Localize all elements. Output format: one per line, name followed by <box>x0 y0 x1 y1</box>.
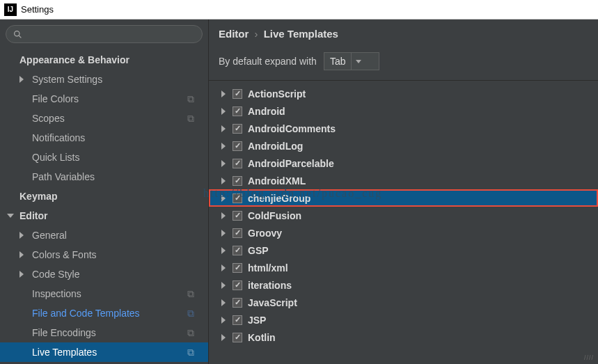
sidebar-item-colors-fonts[interactable]: Colors & Fonts <box>0 245 208 264</box>
template-group-coldfusion[interactable]: ColdFusion <box>209 207 598 224</box>
chevron-right-icon <box>19 251 24 258</box>
chevron-right-icon <box>221 317 226 324</box>
breadcrumb: Editor › Live Templates <box>209 19 598 48</box>
template-group-jsp[interactable]: JSP <box>209 311 598 329</box>
settings-content: Editor › Live Templates By default expan… <box>209 19 598 364</box>
copy-icon: ⧉ <box>187 93 194 105</box>
chevron-right-icon <box>221 143 226 150</box>
expand-select[interactable]: Tab <box>324 52 379 70</box>
chevron-right-icon <box>19 232 24 239</box>
template-groups-list: ActionScript Android AndroidComments And… <box>209 81 598 364</box>
checkbox-checked-icon[interactable] <box>233 193 242 203</box>
sidebar-item-path-variables[interactable]: Path Variables <box>0 167 208 187</box>
copy-icon: ⧉ <box>187 347 194 358</box>
search-icon <box>13 30 22 39</box>
checkbox-checked-icon[interactable] <box>233 89 242 99</box>
template-group-htmlxml[interactable]: html/xml <box>209 259 598 276</box>
template-group-androidxml[interactable]: AndroidXML <box>209 172 598 189</box>
sidebar-item-keymap[interactable]: Keymap <box>0 187 208 206</box>
breadcrumb-separator: › <box>255 28 258 40</box>
chevron-right-icon <box>221 212 226 219</box>
template-group-android[interactable]: Android <box>209 102 598 120</box>
chevron-right-icon <box>221 299 226 306</box>
template-group-androidcomments[interactable]: AndroidComments <box>209 120 598 137</box>
sidebar-item-appearance[interactable]: Appearance & Behavior <box>0 50 208 70</box>
chevron-right-icon <box>221 125 226 132</box>
copy-icon: ⧉ <box>187 288 194 300</box>
checkbox-checked-icon[interactable] <box>233 159 242 168</box>
svg-line-1 <box>19 35 21 38</box>
template-group-actionscript[interactable]: ActionScript <box>209 85 598 102</box>
chevron-right-icon <box>19 271 24 278</box>
search-container <box>0 19 208 50</box>
chevron-right-icon <box>221 334 226 341</box>
checkbox-checked-icon[interactable] <box>233 176 242 186</box>
checkbox-checked-icon[interactable] <box>233 298 242 308</box>
copy-icon: ⧉ <box>187 113 194 125</box>
checkbox-checked-icon[interactable] <box>233 228 242 238</box>
expand-value: Tab <box>330 56 346 67</box>
chevron-down-icon <box>7 214 14 218</box>
template-group-groovy[interactable]: Groovy <box>209 224 598 242</box>
chevron-right-icon <box>221 177 226 184</box>
sidebar-item-editor[interactable]: Editor <box>0 206 208 225</box>
chevron-right-icon <box>221 230 226 237</box>
svg-point-0 <box>15 31 19 35</box>
checkbox-checked-icon[interactable] <box>233 141 242 151</box>
main-layout: Appearance & Behavior System Settings Fi… <box>0 19 598 364</box>
template-group-androidparcelable[interactable]: AndroidParcelable <box>209 155 598 172</box>
chevron-down-icon <box>351 52 365 70</box>
sidebar-item-quick-lists[interactable]: Quick Lists <box>0 148 208 167</box>
sidebar-item-file-code-templates[interactable]: File and Code Templates⧉ <box>0 303 208 323</box>
chevron-right-icon <box>221 195 226 202</box>
settings-tree: Appearance & Behavior System Settings Fi… <box>0 50 208 364</box>
template-group-javascript[interactable]: JavaScript <box>209 294 598 311</box>
checkbox-checked-icon[interactable] <box>233 280 242 290</box>
copy-icon: ⧉ <box>187 327 194 339</box>
breadcrumb-live-templates: Live Templates <box>264 28 338 40</box>
chevron-right-icon <box>221 247 226 254</box>
checkbox-checked-icon[interactable] <box>233 106 242 116</box>
sidebar-item-file-colors[interactable]: File Colors⧉ <box>0 89 208 109</box>
template-group-iterations[interactable]: iterations <box>209 276 598 294</box>
chevron-right-icon <box>221 160 226 167</box>
chevron-right-icon <box>221 108 226 115</box>
sidebar-item-inspections[interactable]: Inspections⧉ <box>0 284 208 303</box>
template-group-chenjiegroup[interactable]: chenjieGroup <box>209 189 598 207</box>
expand-with-row: By default expand with Tab <box>209 48 598 81</box>
checkbox-checked-icon[interactable] <box>233 333 242 342</box>
settings-sidebar: Appearance & Behavior System Settings Fi… <box>0 19 209 364</box>
checkbox-checked-icon[interactable] <box>233 124 242 134</box>
sidebar-item-system-settings[interactable]: System Settings <box>0 70 208 89</box>
template-group-androidlog[interactable]: AndroidLog <box>209 137 598 155</box>
sidebar-item-code-style[interactable]: Code Style <box>0 264 208 284</box>
sidebar-item-notifications[interactable]: Notifications <box>0 128 208 148</box>
checkbox-checked-icon[interactable] <box>233 246 242 255</box>
chevron-right-icon <box>221 90 226 97</box>
copy-icon: ⧉ <box>187 308 194 319</box>
search-input[interactable] <box>6 25 203 43</box>
chevron-right-icon <box>221 264 226 271</box>
sidebar-item-general[interactable]: General <box>0 225 208 245</box>
template-group-gsp[interactable]: GSP <box>209 242 598 259</box>
sidebar-item-file-encodings[interactable]: File Encodings⧉ <box>0 323 208 342</box>
resize-grip-icon[interactable]: //// <box>584 354 594 361</box>
checkbox-checked-icon[interactable] <box>233 315 242 325</box>
app-icon: IJ <box>4 3 17 16</box>
chevron-right-icon <box>221 282 226 289</box>
chevron-right-icon <box>19 76 24 83</box>
window-titlebar: IJ Settings <box>0 0 598 19</box>
window-title: Settings <box>21 4 54 15</box>
sidebar-item-scopes[interactable]: Scopes⧉ <box>0 109 208 128</box>
expand-label: By default expand with <box>219 56 317 67</box>
sidebar-item-live-templates[interactable]: Live Templates⧉ <box>0 342 208 362</box>
checkbox-checked-icon[interactable] <box>233 211 242 221</box>
breadcrumb-editor[interactable]: Editor <box>219 28 249 40</box>
checkbox-checked-icon[interactable] <box>233 263 242 273</box>
template-group-kotlin[interactable]: Kotlin <box>209 329 598 346</box>
